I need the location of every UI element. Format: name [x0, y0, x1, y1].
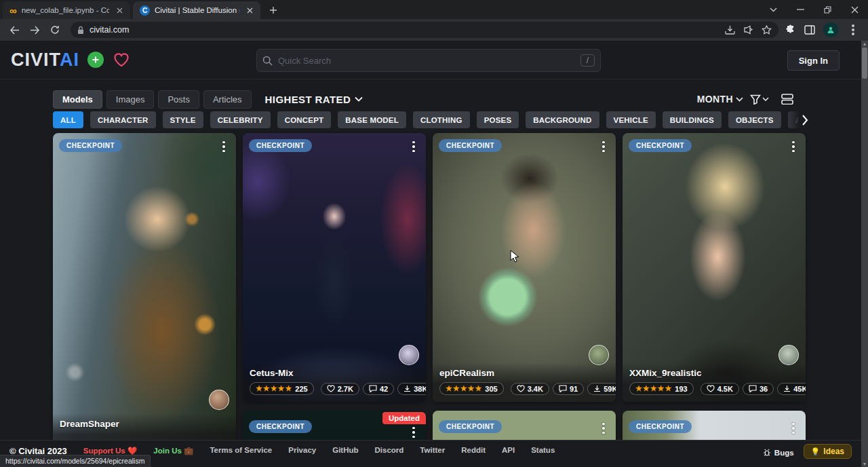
profile-avatar[interactable] [823, 22, 838, 37]
footer-link-github[interactable]: GitHub [332, 446, 358, 454]
sign-in-button[interactable]: Sign In [787, 50, 840, 71]
ideas-button[interactable]: 💡 Ideas [804, 444, 852, 459]
card-menu-icon[interactable] [408, 140, 419, 153]
heart-icon [707, 385, 715, 392]
tab-close-icon[interactable] [244, 5, 255, 16]
rating-count: 193 [675, 385, 687, 393]
tab-close-icon[interactable] [114, 5, 125, 16]
bugs-button[interactable]: Bugs [763, 449, 794, 457]
model-stats: ★★★★★225 2.7K 42 38K [250, 382, 419, 395]
url-text: civitai.com [90, 25, 719, 35]
chip-base-model[interactable]: BASE MODEL [338, 111, 406, 128]
model-stats: ★★★★★193 4.5K 36 45K [629, 382, 799, 395]
save-page-icon[interactable] [725, 25, 735, 35]
card-menu-icon[interactable] [598, 422, 609, 435]
civitai-logo[interactable]: CIVITAI [11, 51, 130, 69]
restore-button[interactable] [814, 0, 841, 19]
sort-label: HIGHEST RATED [265, 94, 351, 105]
chip-style[interactable]: STYLE [163, 111, 203, 128]
chip-clothing[interactable]: CLOTHING [413, 111, 470, 128]
logo-ai: AI [60, 50, 79, 70]
new-tab-button[interactable] [264, 1, 282, 19]
period-dropdown[interactable]: MONTH [697, 94, 743, 105]
extensions-puzzle-icon[interactable] [785, 24, 796, 35]
footer-link-join[interactable]: Join Us 💼 [153, 446, 193, 455]
comments-count: 42 [380, 385, 388, 393]
chip-concept[interactable]: CONCEPT [277, 111, 332, 128]
chip-all[interactable]: ALL [53, 111, 83, 128]
browser-tab-civitai[interactable]: C Civitai | Stable Diffusion models, [133, 1, 260, 19]
create-plus-icon[interactable] [87, 52, 104, 68]
bookmark-star-icon[interactable] [762, 25, 772, 35]
footer-link-discord[interactable]: Discord [375, 446, 404, 454]
card-menu-icon[interactable] [408, 426, 419, 439]
filter-dropdown[interactable] [750, 94, 769, 105]
card-menu-icon[interactable] [218, 140, 229, 153]
tab-posts[interactable]: Posts [158, 90, 199, 109]
creator-avatar[interactable] [209, 390, 229, 410]
chevron-right-icon [802, 115, 808, 126]
browser-menu-icon[interactable] [852, 29, 854, 31]
chip-vehicle[interactable]: VEHICLE [606, 111, 656, 128]
chip-poses[interactable]: POSES [477, 111, 519, 128]
model-card-cetus-mix[interactable]: CHECKPOINT Cetus-Mix ★★★★★225 2.7K 42 38… [243, 133, 426, 402]
scrollbar-thumb[interactable] [862, 48, 867, 79]
scroll-down-icon[interactable]: ▼ [861, 461, 868, 467]
filter-funnel-icon [750, 94, 761, 105]
tab-articles[interactable]: Articles [203, 90, 252, 109]
star-rating-icons: ★★★★★ [256, 384, 292, 393]
chip-buildings[interactable]: BUILDINGS [663, 111, 722, 128]
comments-count: 91 [570, 385, 578, 393]
close-button[interactable] [841, 0, 868, 19]
forward-icon[interactable] [26, 21, 43, 39]
footer-link-privacy[interactable]: Privacy [288, 446, 316, 454]
checkpoint-badge: CHECKPOINT [629, 139, 692, 152]
footer-link-terms[interactable]: Terms of Service [210, 446, 272, 454]
browser-tab-colab[interactable]: ∞ new_colab_file.ipynb - Colaborat [3, 1, 130, 19]
side-panel-icon[interactable] [804, 25, 815, 35]
chips-scroll-right[interactable] [785, 111, 808, 129]
tab-search-icon[interactable] [760, 0, 787, 19]
rating-pill: ★★★★★193 [629, 382, 694, 395]
chip-objects[interactable]: OBJECTS [728, 111, 781, 128]
download-icon [783, 385, 791, 392]
card-menu-icon[interactable] [788, 422, 799, 435]
model-card-dreamshaper[interactable]: CHECKPOINT DreamShaper [53, 133, 236, 452]
updated-badge: Updated [382, 412, 426, 424]
model-card-xxmix9realistic[interactable]: CHECKPOINT XXMix_9realistic ★★★★★193 4.5… [623, 133, 806, 402]
address-bar[interactable]: civitai.com [71, 22, 778, 38]
card-menu-icon[interactable] [788, 140, 799, 153]
model-title: XXMix_9realistic [629, 368, 799, 378]
footer-link-reddit[interactable]: Reddit [461, 446, 486, 454]
reload-icon[interactable] [46, 21, 64, 39]
back-icon[interactable] [5, 21, 23, 39]
bugs-label: Bugs [774, 449, 794, 457]
favorites-heart-icon[interactable] [113, 52, 130, 67]
page-scrollbar[interactable]: ▲ ▼ [861, 41, 868, 467]
downloads-pill: 45K [777, 383, 806, 395]
scroll-up-icon[interactable]: ▲ [861, 41, 868, 47]
sort-dropdown[interactable]: HIGHEST RATED [265, 94, 363, 105]
chip-character[interactable]: CHARACTER [90, 111, 156, 128]
share-icon[interactable] [743, 25, 753, 35]
tab-images[interactable]: Images [106, 90, 155, 109]
layout-toggle-icon[interactable] [781, 94, 793, 105]
tab-models[interactable]: Models [53, 90, 102, 109]
lightbulb-emoji-icon: 💡 [811, 447, 821, 456]
footer-link-api[interactable]: API [502, 446, 515, 454]
logo-civit: CIVIT [11, 50, 60, 70]
search-input[interactable]: Quick Search / [256, 49, 601, 72]
minimize-button[interactable] [787, 0, 814, 19]
card-menu-icon[interactable] [598, 140, 609, 153]
model-card-epicrealism[interactable]: CHECKPOINT epiCRealism ★★★★★305 3.4K 91 … [433, 133, 616, 402]
download-icon [403, 385, 411, 392]
footer-link-support[interactable]: Support Us ❤️ [83, 446, 138, 455]
chip-background[interactable]: BACKGROUND [526, 111, 599, 128]
heart-icon [517, 385, 525, 392]
downloads-pill: 38K [397, 383, 426, 395]
footer-link-twitter[interactable]: Twitter [420, 446, 445, 454]
chip-celebrity[interactable]: CELEBRITY [210, 111, 271, 128]
footer-link-status[interactable]: Status [531, 446, 555, 454]
model-title: Cetus-Mix [250, 368, 419, 378]
search-placeholder: Quick Search [278, 56, 580, 66]
